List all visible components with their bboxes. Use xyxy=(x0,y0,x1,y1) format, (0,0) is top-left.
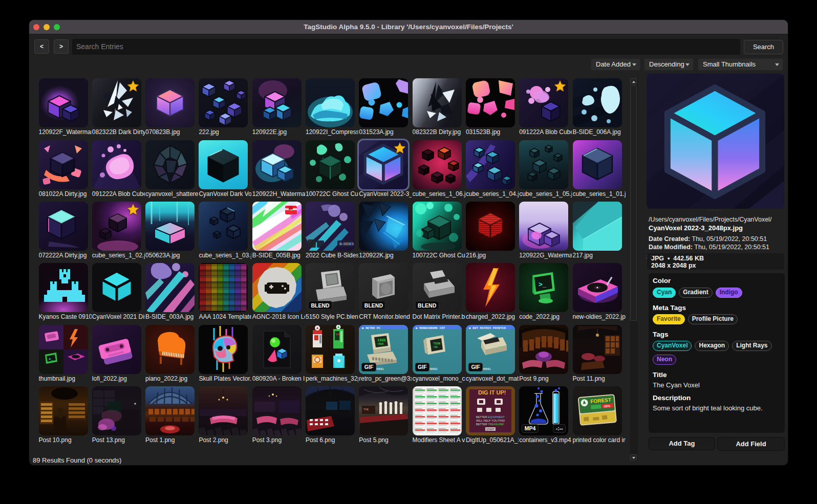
svg-text:WILL HELP YOU FIND: WILL HELP YOU FIND xyxy=(476,419,505,422)
svg-text:>_: >_ xyxy=(49,357,53,361)
svg-text:BETTER TREASURE!: BETTER TREASURE! xyxy=(476,423,504,426)
svg-text:-25%: -25% xyxy=(603,404,611,408)
svg-text:>_: >_ xyxy=(539,281,547,289)
svg-text:■ RETRO PC: ■ RETRO PC xyxy=(362,326,380,330)
svg-text:1985: 1985 xyxy=(377,338,386,342)
svg-text:BETTER EQUIPMENT: BETTER EQUIPMENT xyxy=(476,415,505,419)
svg-text:>OK: >OK xyxy=(433,346,438,349)
svg-text:START: START xyxy=(486,427,494,430)
svg-text:TSDB: TSDB xyxy=(433,342,441,345)
svg-text:■ MONOCHROME CRT: ■ MONOCHROME CRT xyxy=(416,326,445,330)
svg-text:DIG IT UP!: DIG IT UP! xyxy=(478,389,506,396)
svg-text:>RUN: >RUN xyxy=(377,343,383,346)
svg-text:B-SIDES: B-SIDES xyxy=(339,242,354,246)
svg-text:THE: THE xyxy=(363,408,369,411)
svg-text:■ DOT MATRIX PRINTER: ■ DOT MATRIX PRINTER xyxy=(469,326,506,330)
